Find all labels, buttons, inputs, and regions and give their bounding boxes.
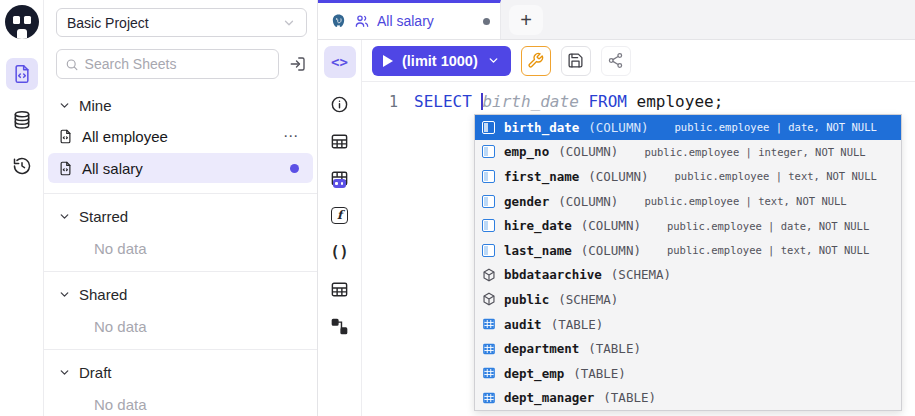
table-icon (330, 132, 349, 151)
autocomplete-item[interactable]: gender (COLUMN) public.employee | text, … (475, 189, 901, 214)
sql-editor[interactable]: 1 SELECT birth_date FROM employee; birth… (362, 82, 915, 416)
tools-button[interactable] (521, 46, 551, 76)
code-line-1: 1 SELECT birth_date FROM employee; (362, 82, 915, 113)
autocomplete-item[interactable]: hire_date (COLUMN) public.employee | dat… (475, 213, 901, 238)
line-number: 1 (362, 91, 398, 113)
section-draft: Draft No data (44, 349, 317, 413)
sheet-search[interactable] (56, 49, 279, 79)
section-label: Draft (79, 364, 112, 381)
flow-button[interactable] (329, 315, 351, 337)
column-icon (482, 195, 495, 208)
save-button[interactable] (561, 46, 591, 76)
postgres-icon (330, 13, 347, 30)
share-button[interactable] (601, 46, 631, 76)
app-logo[interactable] (0, 0, 44, 44)
section-header-draft[interactable]: Draft (44, 358, 317, 386)
plus-icon: + (520, 9, 532, 32)
file-code-icon (12, 64, 32, 84)
sheet-item-label: All employee (82, 128, 274, 145)
autocomplete-item[interactable]: public (SCHEMA) (475, 287, 901, 312)
section-label: Mine (79, 97, 112, 114)
table-view-button[interactable] (329, 130, 351, 152)
chevron-down-icon (58, 366, 71, 379)
autocomplete-item[interactable]: emp_no (COLUMN) public.employee | intege… (475, 140, 901, 165)
column-icon (482, 244, 495, 257)
search-icon (65, 57, 79, 72)
column-icon (482, 145, 495, 158)
code-view-button[interactable]: <> (324, 46, 356, 78)
schema-icon (482, 292, 496, 306)
unsaved-dot-icon (290, 164, 299, 173)
code-tail: employee; (637, 92, 724, 111)
rail-item-sheets[interactable] (6, 58, 38, 90)
save-icon (567, 52, 584, 69)
section-header-shared[interactable]: Shared (44, 280, 317, 308)
more-options-icon[interactable]: ⋯ (283, 127, 299, 145)
autocomplete-item[interactable]: bbdataarchive (SCHEMA) (475, 263, 901, 288)
collapse-sidebar-icon[interactable] (287, 53, 309, 75)
sheet-file-icon (58, 129, 73, 144)
chevron-down-icon (282, 16, 296, 30)
info-button[interactable] (329, 93, 351, 115)
column-icon (482, 219, 495, 232)
autocomplete-item[interactable]: dept_manager (TABLE) (475, 386, 901, 411)
section-header-starred[interactable]: Starred (44, 202, 317, 230)
sheet-item-all-employee[interactable]: All employee ⋯ (48, 121, 313, 151)
empty-state-text: No data (94, 396, 317, 413)
sheet-item-label: All salary (82, 160, 281, 177)
main-body: <> f () (318, 40, 915, 416)
autocomplete-item[interactable]: birth_date (COLUMN) public.employee | da… (475, 115, 901, 140)
outerbase-logo-icon (5, 5, 39, 39)
table-icon (482, 391, 496, 405)
sidebar: Basic Project Mine All employee ⋯ (44, 0, 318, 416)
ai-table-button[interactable] (329, 167, 351, 189)
search-input[interactable] (85, 56, 270, 72)
parentheses-icon: () (330, 243, 348, 261)
sheet-tree: Mine All employee ⋯ All salary Starred N… (44, 85, 317, 416)
project-selector[interactable]: Basic Project (56, 8, 307, 37)
run-label: (limit 1000) (402, 53, 478, 69)
sheet-file-icon (58, 161, 73, 176)
run-query-button[interactable]: (limit 1000) (372, 46, 511, 76)
autocomplete-item[interactable]: dept_emp (TABLE) (475, 361, 901, 386)
play-icon (383, 55, 393, 67)
empty-state-text: No data (94, 318, 317, 335)
database-icon (12, 110, 32, 130)
sheet-item-all-salary[interactable]: All salary (48, 153, 313, 183)
chevron-down-icon (58, 99, 71, 112)
table-icon (482, 366, 496, 380)
section-label: Shared (79, 286, 127, 303)
project-selector-row: Basic Project (44, 0, 317, 41)
table-icon (330, 280, 349, 299)
autocomplete-item[interactable]: audit (TABLE) (475, 312, 901, 337)
autocomplete-item[interactable]: first_name (COLUMN) public.employee | te… (475, 164, 901, 189)
empty-state-text: No data (94, 240, 317, 257)
column-icon (482, 170, 495, 183)
function-button[interactable]: f (329, 204, 351, 226)
code-icon: <> (331, 54, 348, 70)
section-header-mine[interactable]: Mine (44, 91, 317, 119)
flow-branch-icon (330, 317, 349, 336)
chevron-down-icon (58, 288, 71, 301)
ai-robot-icon (333, 179, 346, 188)
share-icon (607, 52, 624, 69)
tab-all-salary[interactable]: All salary (318, 0, 501, 39)
autocomplete-item[interactable]: department (TABLE) (475, 336, 901, 361)
project-name: Basic Project (67, 15, 149, 31)
autocomplete-popup: birth_date (COLUMN) public.employee | da… (474, 114, 902, 411)
parameters-button[interactable]: () (329, 241, 351, 263)
sheet-search-row (44, 41, 317, 85)
new-tab-button[interactable]: + (509, 5, 543, 35)
section-label: Starred (79, 208, 128, 225)
rail-item-history[interactable] (6, 150, 38, 182)
editor-toolbar: (limit 1000) (362, 40, 915, 82)
rail-item-data[interactable] (6, 104, 38, 136)
editor-column: (limit 1000) 1 SE (362, 40, 915, 416)
result-table-button[interactable] (329, 278, 351, 300)
info-icon (330, 95, 349, 114)
left-rail (0, 0, 44, 416)
chevron-down-icon[interactable] (487, 54, 500, 67)
autocomplete-item[interactable]: last_name (COLUMN) public.employee | tex… (475, 238, 901, 263)
ghost-suggestion: birth_date (482, 92, 578, 111)
keyword-from: FROM (588, 92, 627, 111)
